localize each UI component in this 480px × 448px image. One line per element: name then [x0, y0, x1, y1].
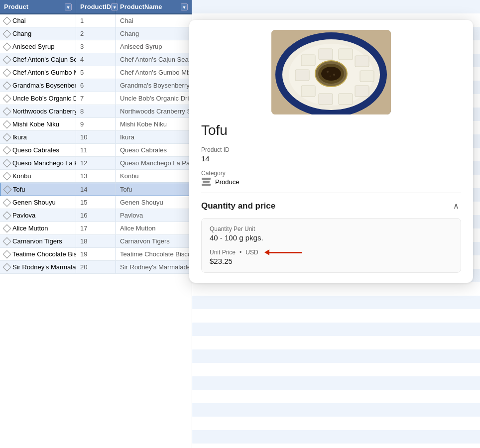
section-divider — [201, 193, 461, 193]
table-row[interactable]: Carnarvon Tigers 18 Carnarvon Tigers — [0, 235, 192, 248]
product-name-cell: Tofu — [13, 186, 25, 193]
table-row[interactable]: Alice Mutton 17 Alice Mutton — [0, 222, 192, 235]
row-cell-id: 2 — [76, 27, 116, 40]
product-name-cell: Genen Shouyu — [12, 199, 56, 206]
svg-rect-11 — [319, 94, 333, 105]
row-cell-id: 17 — [76, 222, 116, 234]
svg-rect-4 — [301, 55, 315, 66]
table-row[interactable]: Konbu 13 Konbu — [0, 170, 192, 183]
table-row[interactable]: Queso Manchego La Pastora 12 Queso Manch… — [0, 157, 192, 170]
table-row[interactable]: Chef Anton's Cajun Seasoning 4 Chef Anto… — [0, 53, 192, 66]
chevron-up-icon[interactable]: ∧ — [451, 201, 461, 211]
table-row[interactable]: Northwoods Cranberry Sauce 8 Northwoods … — [0, 105, 192, 118]
productname-col-dropdown[interactable]: ▼ — [181, 3, 188, 10]
diamond-icon — [3, 198, 11, 207]
diamond-icon — [3, 146, 11, 154]
row-cell-product: Uncle Bob's Organic Dried Pears — [0, 92, 76, 105]
row-cell-id: 19 — [76, 248, 116, 260]
product-name-cell: Teatime Chocolate Biscuits — [12, 250, 76, 258]
svg-rect-5 — [319, 49, 333, 60]
diamond-icon — [3, 211, 11, 220]
row-cell-product: Chef Anton's Cajun Seasoning — [0, 53, 76, 66]
table-row[interactable]: Chang 2 Chang — [0, 27, 192, 40]
row-cell-product: Chef Anton's Gumbo Mix — [0, 66, 76, 79]
product-name-cell: Ikura — [12, 133, 27, 141]
row-cell-id: 13 — [76, 170, 116, 182]
row-cell-product: Carnarvon Tigers — [0, 235, 76, 247]
table-row[interactable]: Aniseed Syrup 3 Aniseed Syrup — [0, 40, 192, 53]
svg-rect-13 — [295, 70, 309, 81]
table-row[interactable]: Queso Cabrales 11 Queso Cabrales — [0, 144, 192, 157]
svg-point-17 — [321, 67, 341, 81]
row-cell-id: 16 — [76, 209, 116, 222]
row-cell-id: 20 — [76, 261, 116, 273]
product-name-cell: Konbu — [12, 172, 31, 180]
row-cell-name: Mishi Kobe Niku — [116, 118, 192, 130]
svg-rect-7 — [355, 56, 369, 67]
table-row[interactable]: Pavlova 16 Pavlova — [0, 209, 192, 222]
diamond-icon — [3, 29, 11, 38]
svg-point-18 — [327, 71, 329, 73]
row-cell-product: Aniseed Syrup — [0, 40, 76, 53]
svg-rect-12 — [301, 86, 315, 97]
row-cell-name: Chef Anton's Gumbo Mix — [116, 66, 192, 79]
row-cell-product: Ikura — [0, 131, 76, 143]
table-row[interactable]: Chai 1 Chai — [0, 14, 192, 27]
col-header-productid: ProductID ▼ — [76, 0, 116, 13]
product-name-cell: Chang — [12, 30, 31, 37]
unit-price-label: Unit Price — [210, 249, 236, 256]
productname-col-label: ProductName — [120, 3, 162, 10]
table-row[interactable]: Uncle Bob's Organic Dried Pears 7 Uncle … — [0, 92, 192, 105]
qty-per-unit-label: Quantity Per Unit — [210, 225, 453, 232]
table-body: Chai 1 Chai Chang 2 Chang Aniseed Syrup … — [0, 14, 192, 448]
table-row[interactable]: Tofu 14 Tofu — [0, 183, 192, 196]
table-row[interactable]: Sir Rodney's Marmalade 20 Sir Rodney's M… — [0, 261, 192, 274]
row-cell-product: Queso Cabrales — [0, 144, 76, 156]
row-cell-product: Genen Shouyu — [0, 196, 76, 209]
row-cell-name: Chang — [116, 27, 192, 40]
row-cell-product: Queso Manchego La Pastora — [0, 157, 76, 169]
product-name-cell: Mishi Kobe Niku — [12, 120, 59, 128]
row-cell-name: Uncle Bob's Organic Dried Pears — [116, 92, 192, 105]
product-image — [271, 30, 391, 114]
row-cell-name: Chai — [116, 14, 192, 27]
diamond-icon — [3, 159, 11, 167]
row-cell-name: Queso Cabrales — [116, 144, 192, 156]
row-cell-name: Grandma's Boysenberry Spread — [116, 79, 192, 92]
row-cell-name: Aniseed Syrup — [116, 40, 192, 53]
row-cell-name: Sir Rodney's Marmalade — [116, 261, 192, 273]
qty-price-card: Quantity Per Unit 40 - 100 g pkgs. Unit … — [201, 218, 461, 273]
svg-rect-8 — [360, 71, 374, 82]
row-cell-id: 9 — [76, 118, 116, 130]
table-row[interactable]: Grandma's Boysenberry Spread 6 Grandma's… — [0, 79, 192, 92]
category-label: Category — [201, 170, 461, 177]
row-cell-product: Chai — [0, 14, 76, 27]
row-cell-name: Chef Anton's Cajun Seasoning — [116, 53, 192, 66]
product-name-cell: Queso Manchego La Pastora — [12, 159, 76, 167]
layer-bar-bot — [202, 184, 211, 186]
table-row[interactable]: Teatime Chocolate Biscuits 19 Teatime Ch… — [0, 248, 192, 261]
category-value-row: Produce — [201, 178, 461, 186]
product-name-cell: Aniseed Syrup — [12, 43, 55, 50]
row-cell-product: Teatime Chocolate Biscuits — [0, 248, 76, 260]
svg-point-19 — [333, 74, 335, 76]
product-col-dropdown[interactable]: ▼ — [65, 3, 72, 10]
table-row[interactable]: Chef Anton's Gumbo Mix 5 Chef Anton's Gu… — [0, 66, 192, 79]
row-cell-id: 11 — [76, 144, 116, 156]
row-cell-product: Chang — [0, 27, 76, 40]
product-name-cell: Alice Mutton — [12, 224, 48, 232]
arrow-head-icon — [264, 249, 269, 255]
row-cell-product: Sir Rodney's Marmalade — [0, 261, 76, 273]
table-row[interactable]: Mishi Kobe Niku 9 Mishi Kobe Niku — [0, 118, 192, 131]
diamond-icon — [3, 94, 11, 103]
layers-icon — [201, 178, 211, 186]
product-name-cell: Queso Cabrales — [12, 146, 59, 154]
currency-label: USD — [245, 249, 258, 256]
table-row[interactable]: Ikura 10 Ikura — [0, 131, 192, 144]
table-row[interactable]: Genen Shouyu 15 Genen Shouyu — [0, 196, 192, 209]
product-name-cell: Uncle Bob's Organic Dried Pears — [12, 95, 76, 102]
row-cell-product: Tofu — [0, 183, 76, 196]
productid-col-label: ProductID — [80, 3, 111, 10]
diamond-icon — [3, 237, 11, 245]
qty-price-title: Quantity and price — [201, 201, 275, 211]
